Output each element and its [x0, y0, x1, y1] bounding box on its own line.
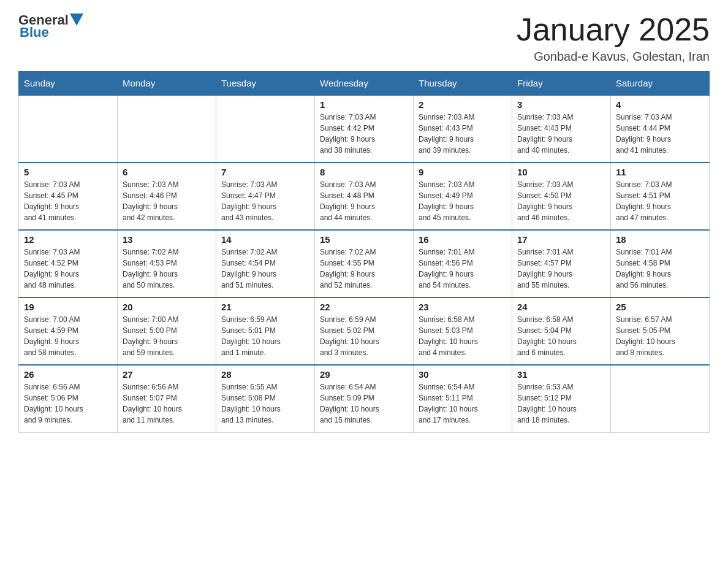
calendar-cell: 18Sunrise: 7:01 AM Sunset: 4:58 PM Dayli…	[611, 230, 710, 297]
title-area: January 2025 Gonbad-e Kavus, Golestan, I…	[517, 12, 710, 64]
day-header-sunday: Sunday	[19, 72, 118, 96]
day-info: Sunrise: 6:53 AM Sunset: 5:12 PM Dayligh…	[517, 381, 605, 426]
day-info: Sunrise: 6:56 AM Sunset: 5:06 PM Dayligh…	[24, 381, 112, 426]
day-number: 16	[419, 234, 507, 245]
day-number: 19	[24, 302, 112, 312]
calendar-cell: 5Sunrise: 7:03 AM Sunset: 4:45 PM Daylig…	[19, 163, 118, 230]
calendar-cell: 11Sunrise: 7:03 AM Sunset: 4:51 PM Dayli…	[611, 163, 710, 230]
calendar-cell: 15Sunrise: 7:02 AM Sunset: 4:55 PM Dayli…	[315, 230, 414, 297]
day-info: Sunrise: 6:58 AM Sunset: 5:03 PM Dayligh…	[419, 314, 507, 358]
calendar: SundayMondayTuesdayWednesdayThursdayFrid…	[18, 71, 710, 433]
day-number: 15	[320, 234, 408, 245]
day-info: Sunrise: 7:03 AM Sunset: 4:51 PM Dayligh…	[616, 179, 704, 223]
day-number: 23	[419, 302, 507, 312]
calendar-cell: 31Sunrise: 6:53 AM Sunset: 5:12 PM Dayli…	[512, 365, 611, 432]
calendar-cell: 14Sunrise: 7:02 AM Sunset: 4:54 PM Dayli…	[216, 230, 315, 297]
day-number: 29	[320, 369, 408, 380]
calendar-cell: 1Sunrise: 7:03 AM Sunset: 4:42 PM Daylig…	[315, 95, 414, 163]
calendar-cell	[118, 95, 216, 163]
calendar-cell: 10Sunrise: 7:03 AM Sunset: 4:50 PM Dayli…	[512, 163, 611, 230]
day-info: Sunrise: 7:03 AM Sunset: 4:52 PM Dayligh…	[24, 247, 112, 291]
day-header-saturday: Saturday	[611, 72, 710, 96]
calendar-cell: 20Sunrise: 7:00 AM Sunset: 5:00 PM Dayli…	[118, 297, 216, 365]
day-info: Sunrise: 6:59 AM Sunset: 5:01 PM Dayligh…	[221, 314, 309, 358]
calendar-cell: 4Sunrise: 7:03 AM Sunset: 4:44 PM Daylig…	[611, 95, 710, 163]
day-info: Sunrise: 7:03 AM Sunset: 4:48 PM Dayligh…	[320, 179, 408, 223]
calendar-cell: 21Sunrise: 6:59 AM Sunset: 5:01 PM Dayli…	[216, 297, 315, 365]
day-info: Sunrise: 7:03 AM Sunset: 4:44 PM Dayligh…	[616, 112, 704, 156]
calendar-cell: 16Sunrise: 7:01 AM Sunset: 4:56 PM Dayli…	[414, 230, 512, 297]
day-header-tuesday: Tuesday	[216, 72, 315, 96]
day-number: 11	[616, 167, 704, 177]
calendar-cell: 9Sunrise: 7:03 AM Sunset: 4:49 PM Daylig…	[414, 163, 512, 230]
calendar-cell: 25Sunrise: 6:57 AM Sunset: 5:05 PM Dayli…	[611, 297, 710, 365]
calendar-cell	[611, 365, 710, 432]
calendar-cell: 17Sunrise: 7:01 AM Sunset: 4:57 PM Dayli…	[512, 230, 611, 297]
calendar-cell: 29Sunrise: 6:54 AM Sunset: 5:09 PM Dayli…	[315, 365, 414, 432]
calendar-cell: 26Sunrise: 6:56 AM Sunset: 5:06 PM Dayli…	[19, 365, 118, 432]
calendar-cell: 13Sunrise: 7:02 AM Sunset: 4:53 PM Dayli…	[118, 230, 216, 297]
calendar-cell: 28Sunrise: 6:55 AM Sunset: 5:08 PM Dayli…	[216, 365, 315, 432]
day-info: Sunrise: 7:02 AM Sunset: 4:54 PM Dayligh…	[221, 247, 309, 291]
day-number: 21	[221, 302, 309, 312]
day-info: Sunrise: 6:58 AM Sunset: 5:04 PM Dayligh…	[517, 314, 605, 358]
day-info: Sunrise: 7:03 AM Sunset: 4:42 PM Dayligh…	[320, 112, 408, 156]
calendar-cell: 8Sunrise: 7:03 AM Sunset: 4:48 PM Daylig…	[315, 163, 414, 230]
day-header-wednesday: Wednesday	[315, 72, 414, 96]
location: Gonbad-e Kavus, Golestan, Iran	[517, 50, 710, 64]
day-info: Sunrise: 6:57 AM Sunset: 5:05 PM Dayligh…	[616, 314, 704, 358]
day-info: Sunrise: 6:56 AM Sunset: 5:07 PM Dayligh…	[123, 381, 211, 426]
week-row-1: 1Sunrise: 7:03 AM Sunset: 4:42 PM Daylig…	[19, 95, 710, 163]
calendar-cell	[216, 95, 315, 163]
logo: General Blue	[18, 12, 83, 40]
logo-blue: Blue	[20, 25, 49, 40]
day-number: 3	[517, 99, 605, 110]
calendar-cell: 22Sunrise: 6:59 AM Sunset: 5:02 PM Dayli…	[315, 297, 414, 365]
month-title: January 2025	[517, 12, 710, 47]
day-number: 26	[24, 369, 112, 380]
day-info: Sunrise: 7:01 AM Sunset: 4:58 PM Dayligh…	[616, 247, 704, 291]
calendar-cell	[19, 95, 118, 163]
day-info: Sunrise: 7:00 AM Sunset: 5:00 PM Dayligh…	[123, 314, 211, 358]
day-number: 4	[616, 99, 704, 110]
day-info: Sunrise: 7:00 AM Sunset: 4:59 PM Dayligh…	[24, 314, 112, 358]
day-info: Sunrise: 7:02 AM Sunset: 4:55 PM Dayligh…	[320, 247, 408, 291]
day-info: Sunrise: 7:03 AM Sunset: 4:43 PM Dayligh…	[517, 112, 605, 156]
day-number: 20	[123, 302, 211, 312]
day-info: Sunrise: 7:01 AM Sunset: 4:57 PM Dayligh…	[517, 247, 605, 291]
calendar-cell: 3Sunrise: 7:03 AM Sunset: 4:43 PM Daylig…	[512, 95, 611, 163]
day-number: 12	[24, 234, 112, 245]
day-info: Sunrise: 7:03 AM Sunset: 4:47 PM Dayligh…	[221, 179, 309, 223]
day-number: 8	[320, 167, 408, 177]
day-number: 24	[517, 302, 605, 312]
calendar-header-row: SundayMondayTuesdayWednesdayThursdayFrid…	[19, 72, 710, 96]
day-info: Sunrise: 6:54 AM Sunset: 5:09 PM Dayligh…	[320, 381, 408, 426]
week-row-3: 12Sunrise: 7:03 AM Sunset: 4:52 PM Dayli…	[19, 230, 710, 297]
day-number: 30	[419, 369, 507, 380]
day-number: 17	[517, 234, 605, 245]
logo-triangle-icon	[70, 13, 83, 26]
week-row-5: 26Sunrise: 6:56 AM Sunset: 5:06 PM Dayli…	[19, 365, 710, 432]
day-header-thursday: Thursday	[414, 72, 512, 96]
day-number: 18	[616, 234, 704, 245]
calendar-cell: 24Sunrise: 6:58 AM Sunset: 5:04 PM Dayli…	[512, 297, 611, 365]
day-info: Sunrise: 7:01 AM Sunset: 4:56 PM Dayligh…	[419, 247, 507, 291]
week-row-4: 19Sunrise: 7:00 AM Sunset: 4:59 PM Dayli…	[19, 297, 710, 365]
day-number: 31	[517, 369, 605, 380]
day-number: 5	[24, 167, 112, 177]
day-header-friday: Friday	[512, 72, 611, 96]
day-info: Sunrise: 6:54 AM Sunset: 5:11 PM Dayligh…	[419, 381, 507, 426]
day-info: Sunrise: 7:02 AM Sunset: 4:53 PM Dayligh…	[123, 247, 211, 291]
calendar-cell: 7Sunrise: 7:03 AM Sunset: 4:47 PM Daylig…	[216, 163, 315, 230]
calendar-cell: 12Sunrise: 7:03 AM Sunset: 4:52 PM Dayli…	[19, 230, 118, 297]
day-number: 10	[517, 167, 605, 177]
calendar-cell: 27Sunrise: 6:56 AM Sunset: 5:07 PM Dayli…	[118, 365, 216, 432]
page-header: General Blue January 2025 Gonbad-e Kavus…	[18, 12, 710, 64]
day-number: 2	[419, 99, 507, 110]
week-row-2: 5Sunrise: 7:03 AM Sunset: 4:45 PM Daylig…	[19, 163, 710, 230]
day-number: 22	[320, 302, 408, 312]
calendar-cell: 19Sunrise: 7:00 AM Sunset: 4:59 PM Dayli…	[19, 297, 118, 365]
day-number: 6	[123, 167, 211, 177]
day-number: 7	[221, 167, 309, 177]
day-info: Sunrise: 7:03 AM Sunset: 4:43 PM Dayligh…	[419, 112, 507, 156]
